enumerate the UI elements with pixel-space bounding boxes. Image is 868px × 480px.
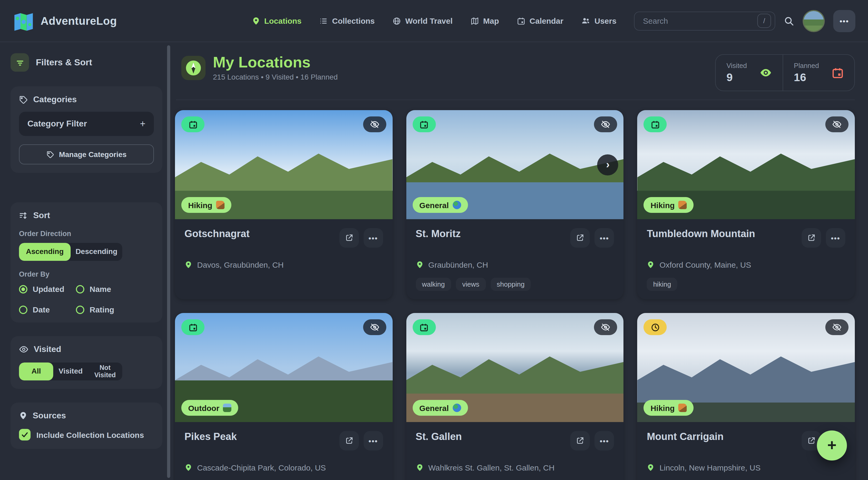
header-divider: [176, 100, 855, 100]
globe-emoji-icon: [453, 404, 461, 412]
nav-item-locations[interactable]: Locations: [252, 16, 302, 25]
card-menu-button[interactable]: [826, 228, 845, 248]
ascending-segment[interactable]: Ascending: [19, 243, 71, 261]
nav-label: Calendar: [530, 16, 563, 25]
location-region: Lincoln, New Hampshire, US: [659, 463, 761, 472]
category-label: Hiking: [651, 200, 675, 210]
location-card-tumbledown-mountain[interactable]: Hiking Tumbledown Mountain: [638, 110, 855, 299]
tag-chip[interactable]: shopping: [490, 278, 531, 291]
open-location-button[interactable]: [339, 228, 359, 248]
location-photo: › General: [406, 110, 623, 219]
manage-categories-button[interactable]: Manage Categories: [19, 145, 154, 164]
search-box[interactable]: /: [634, 11, 775, 30]
location-region: Graubünden, CH: [428, 260, 488, 269]
eye-off-icon[interactable]: [825, 117, 848, 132]
open-location-button[interactable]: [570, 431, 590, 450]
category-label: Outdoor: [188, 403, 219, 412]
hiking-boot-emoji-icon: [678, 201, 687, 209]
visited-card: Visited All Visited Not Visited: [10, 336, 162, 389]
eye-off-icon[interactable]: [363, 117, 386, 132]
location-card-st-moritz[interactable]: › General St. Moritz: [406, 110, 623, 299]
order-by-label: Order By: [19, 270, 154, 278]
radio-circle-icon: [19, 285, 27, 293]
tag-chip[interactable]: views: [456, 278, 486, 291]
category-filter-label: Category Filter: [27, 119, 87, 129]
eye-off-icon[interactable]: [825, 319, 848, 335]
map-pin-icon: [415, 464, 424, 472]
category-badge: General: [412, 197, 468, 213]
card-menu-button[interactable]: [595, 228, 614, 248]
card-menu-button[interactable]: [363, 431, 383, 450]
brand[interactable]: AdventureLog: [13, 10, 117, 31]
radio-rating[interactable]: Rating: [76, 305, 154, 314]
categories-title: Categories: [33, 95, 77, 104]
card-menu-button[interactable]: [595, 431, 614, 450]
nav-item-world-travel[interactable]: World Travel: [393, 16, 453, 25]
descending-segment[interactable]: Descending: [71, 243, 122, 261]
radio-date[interactable]: Date: [19, 305, 76, 314]
carousel-next-button[interactable]: ›: [597, 154, 618, 175]
eye-off-icon[interactable]: [594, 319, 617, 335]
nav-item-calendar[interactable]: Calendar: [517, 16, 563, 25]
eye-icon: [19, 345, 28, 354]
ellipsis-icon: [600, 234, 609, 242]
card-menu-button[interactable]: [363, 228, 383, 248]
nav-item-collections[interactable]: Collections: [319, 16, 375, 25]
nav-label: Users: [594, 16, 616, 25]
sidebar-scrollbar[interactable]: [167, 45, 170, 478]
nav-right: /: [634, 10, 855, 32]
open-location-button[interactable]: [570, 228, 590, 248]
main-nav: Locations Collections World Travel Map: [252, 16, 617, 25]
location-title: Gotschnagrat: [184, 228, 250, 240]
brand-name: AdventureLog: [40, 14, 117, 27]
eye-off-icon[interactable]: [594, 117, 617, 132]
location-region-row: Davos, Graubünden, CH: [184, 260, 383, 269]
nav-item-users[interactable]: Users: [581, 16, 616, 25]
radio-updated[interactable]: Updated: [19, 285, 76, 293]
visited-visited-segment[interactable]: Visited: [54, 362, 88, 380]
radio-label: Date: [33, 305, 50, 314]
open-location-button[interactable]: [802, 228, 821, 248]
radio-label: Updated: [33, 285, 64, 293]
map-pin-icon: [252, 17, 260, 25]
navbar-menu-button[interactable]: [833, 10, 855, 32]
category-label: Hiking: [188, 200, 212, 210]
tag-chip[interactable]: walking: [415, 278, 451, 291]
add-location-button[interactable]: +: [817, 430, 847, 460]
radio-label: Rating: [90, 305, 114, 314]
map-pin-icon: [647, 261, 655, 269]
category-label: General: [419, 403, 449, 412]
hiking-boot-emoji-icon: [216, 201, 224, 209]
visited-all-segment[interactable]: All: [19, 362, 54, 380]
visited-not-visited-segment[interactable]: Not Visited: [88, 362, 122, 380]
sort-title-row: Sort: [19, 211, 154, 220]
card-body: St. Moritz Graubünden, CH: [406, 219, 623, 299]
location-title: Tumbledown Mountain: [647, 228, 755, 240]
tag-chip[interactable]: hiking: [647, 278, 678, 291]
location-card-st-gallen[interactable]: General St. Gallen: [406, 313, 623, 480]
location-title: Pikes Peak: [184, 431, 237, 443]
location-region: Davos, Graubünden, CH: [197, 260, 284, 269]
categories-card: Categories Category Filter + Manage Cate…: [10, 87, 162, 173]
category-filter-collapse[interactable]: Category Filter +: [19, 112, 154, 136]
eye-off-icon[interactable]: [363, 319, 386, 335]
eye-icon: [760, 66, 772, 79]
search-icon[interactable]: [784, 15, 794, 26]
search-input[interactable]: [642, 16, 757, 26]
location-card-gotschnagrat[interactable]: Hiking Gotschnagrat: [175, 110, 392, 299]
user-avatar[interactable]: [803, 10, 825, 32]
sort-card: Sort Order Direction Ascending Descendin…: [10, 202, 162, 322]
visited-stat-value: 9: [726, 71, 747, 84]
order-by-radios: Updated Name Date Rating: [19, 285, 154, 314]
card-body: Gotschnagrat Davos, Graubünden, CH: [175, 219, 392, 278]
location-card-pikes-peak[interactable]: Outdoor Pikes Peak: [175, 313, 392, 480]
ellipsis-icon: [840, 17, 849, 25]
include-collection-locations-checkbox[interactable]: Include Collection Locations: [19, 429, 154, 441]
radio-name[interactable]: Name: [76, 285, 154, 293]
category-badge: Outdoor: [181, 400, 238, 416]
visited-title-row: Visited: [19, 345, 154, 354]
open-location-button[interactable]: [339, 431, 359, 450]
nav-label: Collections: [332, 16, 375, 25]
nav-item-map[interactable]: Map: [471, 16, 499, 25]
page-title: My Locations: [213, 54, 338, 70]
